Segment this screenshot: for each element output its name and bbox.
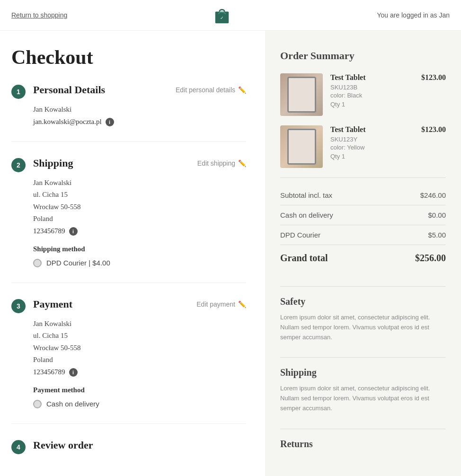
payment-city: Wrocław 50-558 [33,342,246,354]
payment-radio[interactable] [33,400,42,408]
product-sku-1: SKU123B [330,84,414,91]
shipping-cost-value: $5.00 [428,231,446,239]
product-color-2: color: Yellow [330,144,414,151]
grand-total-label: Grand total [280,253,328,264]
shipping-section: Shipping Lorem ipsum dolor sit amet, con… [280,357,446,413]
step-number-4: 4 [11,440,26,454]
edit-payment-label: Edit payment [196,300,235,308]
step-3-title: Payment [33,298,72,310]
personal-email: jan.kowalski@poczta.pl [33,118,102,126]
product-image-1 [280,73,323,116]
shipping-phone-row: 123456789 i [33,227,246,236]
payment-phone-row: 123456789 i [33,368,246,377]
tablet-image-2 [280,125,323,168]
shipping-method-text: DPD Courier | $4.00 [46,259,110,267]
order-summary-title: Order Summary [280,50,446,62]
page-title: Checkout [11,46,246,69]
step-1-title: Personal Details [33,84,105,96]
grand-total-row: Grand total $256.00 [280,245,446,271]
product-qty-2: Qty 1 [330,153,414,160]
subtotal-value: $246.00 [420,191,446,199]
shipping-radio[interactable] [33,259,42,267]
logo: ✓ [213,6,231,25]
shipping-info-text: Lorem ipsum dolor sit amet, consectetur … [280,384,446,413]
cod-value: $0.00 [428,211,446,219]
personal-info-icon[interactable]: i [106,118,114,126]
step-personal-details: 1 Personal Details Edit personal details… [11,84,246,142]
product-image-2 [280,125,323,168]
product-details-1: Test Tablet SKU123B color: Black Qty 1 [330,73,414,108]
payment-method-option[interactable]: Cash on delivery [33,400,246,408]
shipping-info-title: Shipping [280,367,446,378]
edit-payment-icon: ✏️ [238,300,246,308]
shipping-street: ul. Cicha 15 [33,189,246,201]
edit-shipping-button[interactable]: Edit shipping ✏️ [197,159,246,167]
logo-icon: ✓ [213,6,231,25]
edit-shipping-icon: ✏️ [238,159,246,167]
summary-divider [280,177,446,178]
shipping-method-option[interactable]: DPD Courier | $4.00 [33,259,246,267]
safety-title: Safety [280,296,446,307]
step-1-info: Jan Kowalski jan.kowalski@poczta.pl i [33,104,246,126]
payment-country: Poland [33,354,246,366]
payment-method-text: Cash on delivery [46,400,99,408]
payment-info-icon[interactable]: i [69,368,78,377]
cod-row: Cash on delivery $0.00 [280,205,446,225]
step-number-2: 2 [11,158,26,172]
shipping-city: Wrocław 50-558 [33,201,246,213]
step-shipping: 2 Shipping Edit shipping ✏️ Jan Kowalski… [11,157,246,283]
product-sku-2: SKU123Y [330,136,414,143]
step-2-header: Shipping Edit shipping ✏️ [33,157,246,169]
step-number-1: 1 [11,85,26,99]
edit-personal-details-button[interactable]: Edit personal details ✏️ [176,86,246,94]
safety-section: Safety Lorem ipsum dolor sit amet, conse… [280,286,446,342]
product-price-2: $123.00 [421,125,446,134]
payment-street: ul. Cicha 15 [33,330,246,342]
personal-name: Jan Kowalski [33,104,246,116]
shipping-row: DPD Courier $5.00 [280,225,446,245]
product-color-1: color: Black [330,92,414,99]
edit-personal-label: Edit personal details [176,86,235,94]
step-1-header: Personal Details Edit personal details ✏… [33,84,246,96]
subtotal-label: Subtotal incl. tax [280,191,332,199]
product-price-1: $123.00 [421,73,446,82]
product-item-1: Test Tablet SKU123B color: Black Qty 1 $… [280,73,446,116]
shipping-cost-label: DPD Courier [280,231,320,239]
step-review: 4 Review order [11,439,246,474]
payment-phone: 123456789 [33,368,65,376]
shipping-phone: 123456789 [33,227,65,235]
edit-payment-button[interactable]: Edit payment ✏️ [196,300,246,308]
login-status: You are logged in as Jan [377,11,450,19]
step-3-content: Payment Edit payment ✏️ Jan Kowalski ul.… [33,298,246,408]
step-2-title: Shipping [33,157,73,169]
grand-total-value: $256.00 [415,253,446,264]
product-item-2: Test Tablet SKU123Y color: Yellow Qty 1 … [280,125,446,168]
right-panel: Order Summary Test Tablet SKU123B color:… [265,31,461,476]
left-panel: Checkout 1 Personal Details Edit persona… [0,31,265,476]
svg-text:✓: ✓ [220,16,224,20]
step-4-content: Review order [33,439,246,459]
edit-personal-icon: ✏️ [238,86,246,94]
step-2-content: Shipping Edit shipping ✏️ Jan Kowalski u… [33,157,246,267]
step-4-title: Review order [33,439,93,451]
step-number-3: 3 [11,299,26,313]
payment-name: Jan Kowalski [33,318,246,330]
step-1-content: Personal Details Edit personal details ✏… [33,84,246,126]
returns-title: Returns [280,439,446,450]
payment-method-label: Payment method [33,386,246,394]
main-layout: Checkout 1 Personal Details Edit persona… [0,31,461,476]
return-link[interactable]: Return to shopping [11,11,67,19]
product-details-2: Test Tablet SKU123Y color: Yellow Qty 1 [330,125,414,160]
safety-text: Lorem ipsum dolor sit amet, consectetur … [280,313,446,342]
step-2-info: Jan Kowalski ul. Cicha 15 Wrocław 50-558… [33,177,246,236]
shipping-name: Jan Kowalski [33,177,246,189]
tablet-image-1 [280,73,323,116]
shipping-info-icon[interactable]: i [69,227,78,236]
edit-shipping-label: Edit shipping [197,159,235,167]
product-qty-1: Qty 1 [330,101,414,108]
step-3-header: Payment Edit payment ✏️ [33,298,246,310]
step-4-header: Review order [33,439,246,451]
returns-section: Returns [280,429,446,450]
step-payment: 3 Payment Edit payment ✏️ Jan Kowalski u… [11,298,246,424]
step-3-info: Jan Kowalski ul. Cicha 15 Wrocław 50-558… [33,318,246,377]
